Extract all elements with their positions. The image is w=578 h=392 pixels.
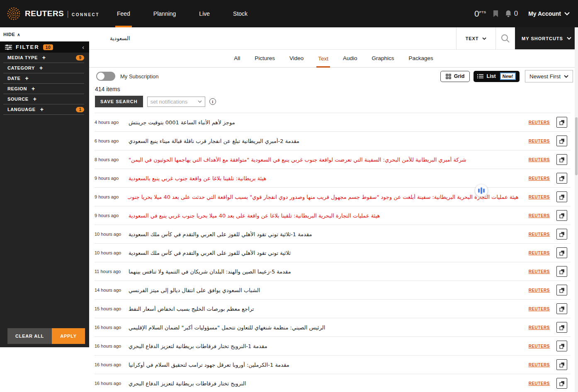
filter-title: FILTER bbox=[16, 44, 39, 50]
tab-audio[interactable]: Audio bbox=[341, 55, 359, 67]
item-headline[interactable]: هيئة عمليات التجارة البحرية البريطانية: … bbox=[128, 194, 529, 200]
nav-item-planning[interactable]: Planning bbox=[153, 0, 176, 27]
tab-pictures[interactable]: Pictures bbox=[253, 55, 277, 67]
collapse-filter-icon[interactable]: ‹ bbox=[82, 44, 84, 51]
item-headline[interactable]: شركة أمبري البريطانية للأمن البحري: السف… bbox=[128, 157, 529, 163]
copy-button[interactable] bbox=[556, 378, 567, 389]
my-shortcuts-button[interactable]: MY SHORTCUTS bbox=[515, 27, 578, 49]
notification-count: 0 bbox=[514, 10, 518, 18]
section-label: LANGUAGE bbox=[7, 107, 36, 112]
tab-text[interactable]: Text bbox=[316, 56, 330, 68]
set-notifications-dropdown[interactable]: set notifications bbox=[147, 97, 205, 107]
item-headline[interactable]: الرئيس الصيني: منظمة شنغهاي للتعاون تتحم… bbox=[128, 324, 529, 331]
item-headline[interactable]: هيئة بريطانية: تلقينا بلاغا عن واقعة جنو… bbox=[128, 175, 529, 181]
tab-packages[interactable]: Packages bbox=[407, 55, 435, 67]
tab-all[interactable]: All bbox=[232, 55, 242, 67]
nav-item-stock[interactable]: Stock bbox=[233, 0, 248, 27]
reuters-logo[interactable]: REUTERS|CONNECT bbox=[7, 7, 100, 21]
item-headline[interactable]: مقدمة 1-ثلاثية توني تقود الأهلي للفوز عل… bbox=[128, 231, 529, 237]
source-link[interactable]: REUTERS bbox=[529, 325, 550, 330]
plus-icon: + bbox=[32, 86, 35, 92]
copy-button[interactable] bbox=[556, 191, 567, 202]
copy-button[interactable] bbox=[556, 247, 567, 258]
audio-equalizer-overlay-icon[interactable] bbox=[475, 184, 488, 197]
source-link[interactable]: REUTERS bbox=[529, 139, 550, 143]
vertical-scrollbar[interactable] bbox=[575, 27, 578, 392]
search-input[interactable] bbox=[89, 27, 456, 49]
my-account-menu[interactable]: My Account bbox=[528, 10, 570, 17]
item-headline[interactable]: النرويج تختار فرقاطات بريطانية لتعزيز ال… bbox=[128, 380, 529, 387]
item-headline[interactable]: تراجع معظم بورصات الخليج بسبب انخفاض أسع… bbox=[128, 306, 529, 312]
source-link[interactable]: REUTERS bbox=[529, 381, 550, 386]
scrollbar-thumb[interactable] bbox=[575, 117, 578, 175]
copy-button[interactable] bbox=[556, 266, 567, 277]
copy-button[interactable] bbox=[556, 173, 567, 184]
source-link[interactable]: REUTERS bbox=[529, 363, 550, 367]
grid-view-button[interactable]: Grid bbox=[440, 71, 470, 82]
source-link[interactable]: REUTERS bbox=[529, 176, 550, 181]
item-actions: REUTERS bbox=[529, 173, 567, 184]
source-link[interactable]: REUTERS bbox=[529, 307, 550, 311]
list-view-button[interactable]: List New! bbox=[474, 71, 520, 82]
item-headline[interactable]: مقدمة 1-النرويج تختار فرقاطات بريطانية ل… bbox=[128, 343, 529, 349]
filter-section-source[interactable]: SOURCE + bbox=[3, 94, 84, 104]
new-feature-badge: New! bbox=[500, 73, 516, 80]
source-link[interactable]: REUTERS bbox=[529, 213, 550, 218]
copy-button[interactable] bbox=[556, 341, 567, 351]
hide-sidebar-toggle[interactable]: HIDE ∧ bbox=[0, 27, 89, 41]
source-link[interactable]: REUTERS bbox=[529, 288, 550, 293]
filter-section-category[interactable]: CATEGORY + bbox=[3, 63, 84, 73]
filter-section-media-type[interactable]: MEDIA TYPE + 9 bbox=[3, 53, 84, 63]
filter-section-language[interactable]: LANGUAGE + 1 bbox=[3, 104, 84, 115]
info-icon[interactable]: i bbox=[209, 98, 216, 105]
item-headline[interactable]: مقدمة 2-أمبري البريطانية تبلغ عن انفجار … bbox=[128, 138, 529, 144]
sort-dropdown[interactable]: Newest First bbox=[525, 70, 573, 82]
copy-button[interactable] bbox=[556, 359, 567, 370]
copy-button[interactable] bbox=[556, 117, 567, 128]
source-link[interactable]: REUTERS bbox=[529, 251, 550, 255]
list-item: 4 hours agoموجز لأهم الأنباء الساعة 0001… bbox=[95, 113, 571, 132]
item-timestamp: 16 hours ago bbox=[95, 325, 128, 330]
source-link[interactable]: REUTERS bbox=[529, 232, 550, 237]
item-headline[interactable]: مقدمة 1-الكرملين: أوروبا تعرقل جهود ترام… bbox=[128, 362, 529, 368]
search-type-dropdown[interactable]: TEXT bbox=[456, 27, 496, 49]
save-search-button[interactable]: SAVE SEARCH bbox=[95, 96, 143, 107]
clear-all-button[interactable]: CLEAR ALL bbox=[7, 328, 52, 344]
apply-button[interactable]: APPLY bbox=[52, 328, 85, 344]
source-link[interactable]: REUTERS bbox=[529, 195, 550, 199]
hide-label: HIDE bbox=[3, 32, 15, 37]
nav-item-feed[interactable]: Feed bbox=[117, 0, 130, 27]
item-headline[interactable]: مقدمة 5-زعيما الصين والهند: البلدان شريك… bbox=[128, 269, 529, 275]
top-bar: REUTERS|CONNECT Feed Planning Live Stock… bbox=[0, 0, 578, 27]
tab-video[interactable]: Video bbox=[288, 55, 305, 67]
copy-icon bbox=[559, 120, 565, 125]
search-icon bbox=[500, 34, 510, 44]
copy-button[interactable] bbox=[556, 154, 567, 165]
filter-section-region[interactable]: REGION + bbox=[3, 84, 84, 94]
bookmarks-button[interactable] bbox=[493, 10, 499, 17]
notifications-button[interactable] bbox=[505, 10, 512, 18]
source-link[interactable]: REUTERS bbox=[529, 157, 550, 162]
item-headline[interactable]: ثلاثية توني تقود الأهلي للفوز على العربي… bbox=[128, 250, 529, 256]
filter-section-date[interactable]: DATE + bbox=[3, 73, 84, 84]
item-timestamp: 14 hours ago bbox=[95, 288, 128, 293]
language-count-badge: 1 bbox=[76, 107, 84, 112]
nav-item-live[interactable]: Live bbox=[199, 0, 210, 27]
search-submit-button[interactable] bbox=[496, 27, 515, 49]
copy-button[interactable] bbox=[556, 285, 567, 295]
item-headline[interactable]: الشباب السعودي يوافق على انتقال ديالو إل… bbox=[128, 287, 529, 293]
copy-button[interactable] bbox=[556, 303, 567, 314]
source-link[interactable]: REUTERS bbox=[529, 120, 550, 125]
source-link[interactable]: REUTERS bbox=[529, 344, 550, 348]
copy-button[interactable] bbox=[556, 210, 567, 221]
item-timestamp: 6 hours ago bbox=[95, 138, 128, 143]
source-link[interactable]: REUTERS bbox=[529, 269, 550, 274]
item-headline[interactable]: موجز لأهم الأنباء الساعة 0001 بتوقيت جري… bbox=[128, 119, 529, 126]
item-headline[interactable]: هيئة عمليات التجارة البحرية البريطانية: … bbox=[128, 213, 529, 219]
copy-button[interactable] bbox=[556, 136, 567, 146]
list-item: 6 hours agoمقدمة 2-أمبري البريطانية تبلغ… bbox=[95, 132, 571, 150]
tab-graphics[interactable]: Graphics bbox=[370, 55, 396, 67]
my-subscription-toggle[interactable] bbox=[96, 72, 115, 81]
copy-button[interactable] bbox=[556, 229, 567, 240]
copy-button[interactable] bbox=[556, 322, 567, 333]
